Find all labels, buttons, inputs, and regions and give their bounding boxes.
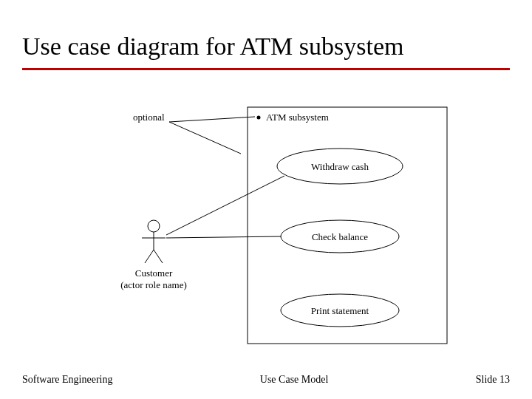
usecase-withdraw-label: Withdraw cash — [311, 161, 369, 172]
actor-icon — [142, 220, 166, 263]
svg-point-1 — [257, 116, 261, 120]
actor-name-line2: (actor role name) — [120, 279, 187, 290]
use-case-diagram: ATM subsystem optional Withdraw cash Che… — [0, 0, 532, 399]
svg-line-3 — [169, 117, 255, 122]
slide-footer: Software Engineering Use Case Model Slid… — [22, 374, 510, 386]
footer-center: Use Case Model — [260, 374, 329, 386]
optional-label: optional — [133, 112, 165, 123]
footer-left: Software Engineering — [22, 374, 112, 386]
system-name-label: ATM subsystem — [266, 112, 329, 123]
svg-line-13 — [166, 236, 281, 238]
svg-line-11 — [154, 250, 163, 263]
usecase-check-label: Check balance — [312, 231, 368, 242]
svg-point-7 — [148, 220, 160, 232]
actor-name-line1: Customer — [135, 267, 173, 279]
usecase-print-label: Print statement — [311, 305, 369, 316]
svg-line-2 — [169, 122, 241, 154]
svg-line-12 — [166, 176, 284, 235]
svg-line-10 — [145, 250, 154, 263]
footer-right: Slide 13 — [476, 374, 510, 386]
